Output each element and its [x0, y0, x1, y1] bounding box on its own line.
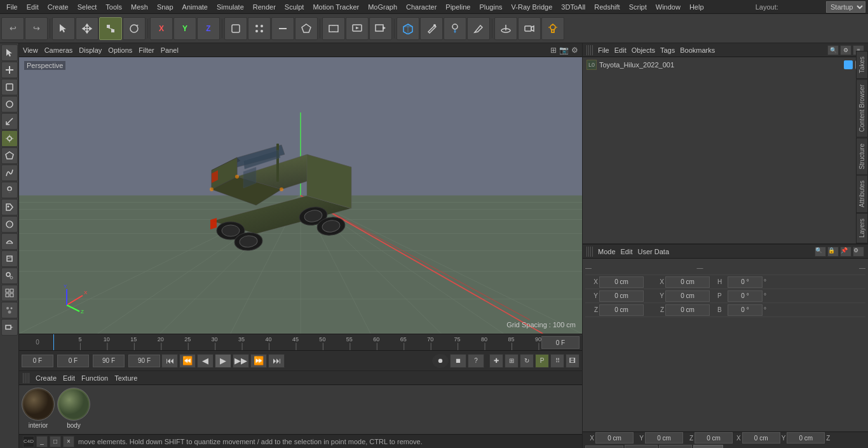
attr-pin-btn[interactable]: 📌: [840, 247, 851, 257]
mat-menu-edit[interactable]: Edit: [63, 374, 75, 382]
render-view[interactable]: [346, 17, 369, 40]
rotate-mode-btn[interactable]: ↻: [520, 354, 534, 368]
play-start-button[interactable]: ⏮: [161, 354, 178, 368]
attr-lock-btn[interactable]: 🔒: [827, 247, 839, 257]
record-button[interactable]: ⏺: [432, 354, 449, 368]
obj-menu-file[interactable]: File: [598, 46, 609, 54]
play-button[interactable]: ▶: [215, 354, 231, 368]
menu-sculpt[interactable]: Sculpt: [281, 2, 308, 12]
status-icon-minimize[interactable]: _: [36, 436, 48, 447]
scale-mode-btn[interactable]: ⊞: [505, 354, 519, 368]
undo-button[interactable]: ↩: [1, 17, 24, 40]
menu-simulate[interactable]: Simulate: [213, 2, 248, 12]
step-prev-button[interactable]: ◀: [197, 354, 214, 368]
knife-tool[interactable]: [467, 17, 490, 40]
step-back-button[interactable]: ⏪: [179, 354, 196, 368]
menu-snap[interactable]: Snap: [153, 2, 177, 12]
obj-search-btn[interactable]: 🔍: [827, 45, 839, 55]
menu-vray[interactable]: V-Ray Bridge: [508, 2, 557, 12]
current-frame-input[interactable]: [22, 355, 53, 367]
menu-window[interactable]: Window: [652, 2, 684, 12]
attr-z-pos2[interactable]: [665, 304, 710, 316]
tab-attributes[interactable]: Attributes: [856, 175, 868, 213]
move-mode-btn[interactable]: ✚: [489, 354, 503, 368]
obj-tag-blue[interactable]: [844, 60, 853, 69]
material-swatch-interior[interactable]: interior: [22, 388, 55, 429]
tool-scale2[interactable]: [1, 113, 18, 130]
menu-script[interactable]: Script: [625, 2, 651, 12]
rotate-tool[interactable]: [123, 17, 146, 40]
coord-z2-input[interactable]: [585, 445, 623, 448]
light-object[interactable]: [541, 17, 564, 40]
coord-y2-input[interactable]: [787, 432, 825, 444]
menu-motion-tracker[interactable]: Motion Tracker: [309, 2, 363, 12]
attr-b-val[interactable]: [728, 304, 763, 316]
help-button[interactable]: ?: [468, 354, 484, 368]
attr-y-pos[interactable]: [599, 290, 644, 302]
menu-pipeline[interactable]: Pipeline: [442, 2, 474, 12]
attr-y-pos2[interactable]: [665, 290, 710, 302]
coord-x2-input[interactable]: [742, 432, 780, 444]
pen-tool[interactable]: [420, 17, 443, 40]
vp-camera-icon[interactable]: 📷: [559, 46, 569, 55]
status-icon-close[interactable]: ×: [63, 436, 74, 447]
coord-z-input[interactable]: [695, 432, 733, 444]
menu-mesh[interactable]: Mesh: [127, 2, 152, 12]
attr-z-pos[interactable]: [599, 304, 644, 316]
dots-mode-btn[interactable]: ⠿: [550, 354, 564, 368]
tool-brush[interactable]: [1, 182, 18, 198]
polygons-mode[interactable]: [295, 17, 318, 40]
attr-settings-btn[interactable]: ⚙: [853, 247, 864, 257]
obj-menu-objects[interactable]: Objects: [632, 46, 655, 54]
tool-xref[interactable]: [1, 319, 18, 336]
object-mode[interactable]: [224, 17, 247, 40]
scale-tool[interactable]: [99, 17, 122, 40]
attr-h-val[interactable]: [728, 276, 763, 288]
vp-menu-view[interactable]: View: [23, 46, 38, 54]
select-tool[interactable]: [52, 17, 75, 40]
material-swatch-body[interactable]: body: [57, 388, 90, 429]
menu-help[interactable]: Help: [686, 2, 708, 12]
apply-button[interactable]: Apply: [693, 445, 723, 448]
step-forward-button[interactable]: ⏩: [250, 354, 267, 368]
menu-mograph[interactable]: MoGraph: [364, 2, 401, 12]
tool-spline[interactable]: [1, 165, 18, 181]
render-button[interactable]: [369, 17, 392, 40]
tool-tag[interactable]: [1, 199, 18, 215]
x-axis-button[interactable]: X: [150, 17, 173, 40]
floor-object[interactable]: [494, 17, 517, 40]
redo-button[interactable]: ↪: [25, 17, 48, 40]
menu-tools[interactable]: Tools: [102, 2, 126, 12]
render-region[interactable]: [322, 17, 345, 40]
material-panel-grip[interactable]: [23, 373, 29, 383]
end-frame-input2[interactable]: [128, 355, 160, 367]
menu-render[interactable]: Render: [249, 2, 280, 12]
step-next-button[interactable]: ▶▶: [233, 354, 249, 368]
menu-redshift[interactable]: Redshift: [590, 2, 623, 12]
tool-polygon[interactable]: [1, 147, 18, 164]
stop-button[interactable]: ⏹: [450, 354, 466, 368]
mat-menu-function[interactable]: Function: [81, 374, 108, 382]
edges-mode[interactable]: [271, 17, 294, 40]
tab-takes[interactable]: Takes: [856, 51, 868, 79]
timeline[interactable]: 0 5 10 15 20 25 30 35: [19, 334, 582, 350]
tool-dynamics[interactable]: [1, 268, 18, 284]
layout-select[interactable]: Startup: [826, 1, 865, 13]
tool-move[interactable]: [1, 62, 18, 78]
attr-menu-mode[interactable]: Mode: [598, 248, 616, 255]
obj-filter-btn[interactable]: ⚙: [840, 45, 851, 55]
vp-menu-display[interactable]: Display: [79, 46, 102, 54]
vp-menu-cameras[interactable]: Cameras: [44, 46, 73, 54]
timeline-ruler[interactable]: 5 10 15 20 25 30 35 40 45 50 55 60 65 70: [53, 334, 541, 350]
viewport[interactable]: Perspective Grid Spacing : 100 cm X Z Y: [19, 57, 582, 334]
menu-3dtoall[interactable]: 3DToAll: [557, 2, 589, 12]
y-axis-button[interactable]: Y: [173, 17, 196, 40]
vp-settings-icon[interactable]: ⚙: [571, 46, 578, 55]
tab-content-browser[interactable]: Content Browser: [856, 79, 868, 137]
vp-menu-options[interactable]: Options: [108, 46, 132, 54]
obj-item-toyota[interactable]: L0 Toyota_Hilux_2022_001: [584, 58, 867, 71]
tab-layers[interactable]: Layers: [856, 213, 868, 243]
coord-world-select[interactable]: World: [625, 445, 658, 448]
tab-structure[interactable]: Structure: [856, 138, 868, 175]
obj-panel-grip[interactable]: [587, 45, 593, 55]
